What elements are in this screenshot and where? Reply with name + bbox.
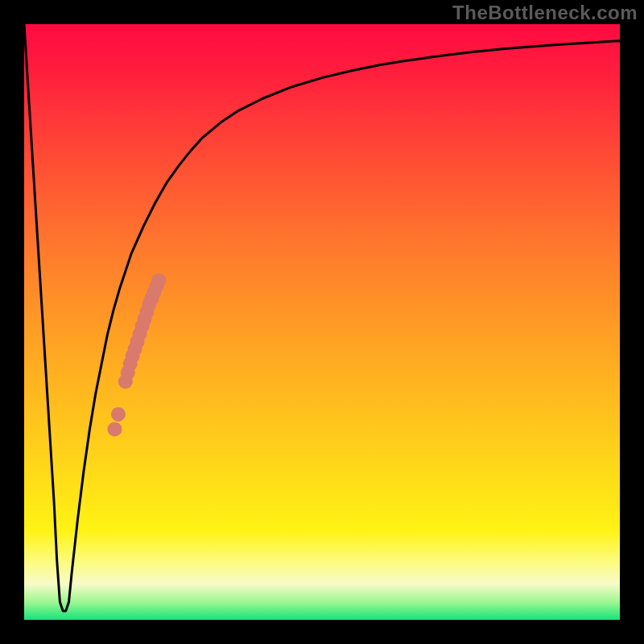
- chart-frame: TheBottleneck.com: [0, 0, 644, 644]
- scatter-point: [151, 273, 166, 287]
- plot-area: [24, 24, 620, 620]
- scatter-point: [111, 407, 126, 422]
- bottleneck-curve: [24, 24, 620, 611]
- curve-svg: [24, 24, 620, 620]
- scatter-point: [107, 422, 122, 436]
- watermark-text: TheBottleneck.com: [452, 2, 638, 24]
